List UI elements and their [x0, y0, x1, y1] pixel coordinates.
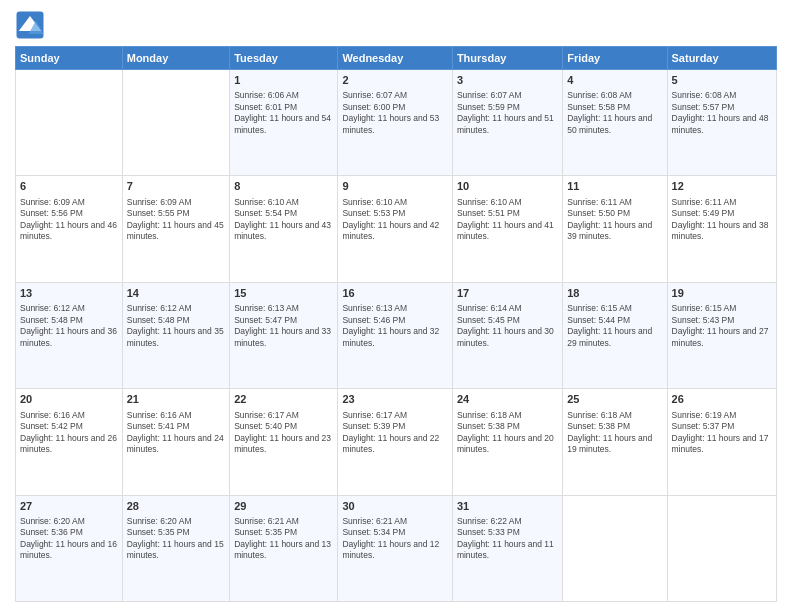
day-number: 29	[234, 499, 333, 514]
col-monday: Monday	[122, 47, 229, 70]
cell-details: Sunrise: 6:07 AMSunset: 5:59 PMDaylight:…	[457, 90, 558, 136]
day-number: 30	[342, 499, 448, 514]
calendar-cell: 9Sunrise: 6:10 AMSunset: 5:53 PMDaylight…	[338, 176, 453, 282]
day-number: 18	[567, 286, 662, 301]
cell-details: Sunrise: 6:13 AMSunset: 5:47 PMDaylight:…	[234, 303, 333, 349]
calendar-cell: 21Sunrise: 6:16 AMSunset: 5:41 PMDayligh…	[122, 389, 229, 495]
cell-details: Sunrise: 6:22 AMSunset: 5:33 PMDaylight:…	[457, 516, 558, 562]
cell-details: Sunrise: 6:13 AMSunset: 5:46 PMDaylight:…	[342, 303, 448, 349]
calendar-cell: 12Sunrise: 6:11 AMSunset: 5:49 PMDayligh…	[667, 176, 776, 282]
calendar-header: Sunday Monday Tuesday Wednesday Thursday…	[16, 47, 777, 70]
cell-details: Sunrise: 6:09 AMSunset: 5:56 PMDaylight:…	[20, 197, 118, 243]
col-wednesday: Wednesday	[338, 47, 453, 70]
cell-details: Sunrise: 6:15 AMSunset: 5:44 PMDaylight:…	[567, 303, 662, 349]
calendar-cell: 16Sunrise: 6:13 AMSunset: 5:46 PMDayligh…	[338, 282, 453, 388]
day-number: 27	[20, 499, 118, 514]
cell-details: Sunrise: 6:20 AMSunset: 5:35 PMDaylight:…	[127, 516, 225, 562]
calendar-cell: 14Sunrise: 6:12 AMSunset: 5:48 PMDayligh…	[122, 282, 229, 388]
day-number: 28	[127, 499, 225, 514]
day-number: 3	[457, 73, 558, 88]
cell-details: Sunrise: 6:09 AMSunset: 5:55 PMDaylight:…	[127, 197, 225, 243]
day-number: 23	[342, 392, 448, 407]
calendar-cell: 19Sunrise: 6:15 AMSunset: 5:43 PMDayligh…	[667, 282, 776, 388]
day-number: 8	[234, 179, 333, 194]
calendar-cell: 20Sunrise: 6:16 AMSunset: 5:42 PMDayligh…	[16, 389, 123, 495]
day-number: 14	[127, 286, 225, 301]
calendar-cell: 24Sunrise: 6:18 AMSunset: 5:38 PMDayligh…	[452, 389, 562, 495]
calendar-week-row: 1Sunrise: 6:06 AMSunset: 6:01 PMDaylight…	[16, 70, 777, 176]
header-row: Sunday Monday Tuesday Wednesday Thursday…	[16, 47, 777, 70]
cell-details: Sunrise: 6:12 AMSunset: 5:48 PMDaylight:…	[20, 303, 118, 349]
cell-details: Sunrise: 6:16 AMSunset: 5:42 PMDaylight:…	[20, 410, 118, 456]
calendar-cell: 17Sunrise: 6:14 AMSunset: 5:45 PMDayligh…	[452, 282, 562, 388]
calendar-cell: 28Sunrise: 6:20 AMSunset: 5:35 PMDayligh…	[122, 495, 229, 601]
calendar-cell: 10Sunrise: 6:10 AMSunset: 5:51 PMDayligh…	[452, 176, 562, 282]
cell-details: Sunrise: 6:10 AMSunset: 5:54 PMDaylight:…	[234, 197, 333, 243]
day-number: 24	[457, 392, 558, 407]
calendar-cell	[667, 495, 776, 601]
day-number: 4	[567, 73, 662, 88]
cell-details: Sunrise: 6:11 AMSunset: 5:50 PMDaylight:…	[567, 197, 662, 243]
cell-details: Sunrise: 6:07 AMSunset: 6:00 PMDaylight:…	[342, 90, 448, 136]
cell-details: Sunrise: 6:10 AMSunset: 5:51 PMDaylight:…	[457, 197, 558, 243]
day-number: 16	[342, 286, 448, 301]
calendar-cell: 2Sunrise: 6:07 AMSunset: 6:00 PMDaylight…	[338, 70, 453, 176]
cell-details: Sunrise: 6:18 AMSunset: 5:38 PMDaylight:…	[457, 410, 558, 456]
cell-details: Sunrise: 6:14 AMSunset: 5:45 PMDaylight:…	[457, 303, 558, 349]
calendar-cell: 31Sunrise: 6:22 AMSunset: 5:33 PMDayligh…	[452, 495, 562, 601]
logo	[15, 10, 49, 40]
calendar-cell: 18Sunrise: 6:15 AMSunset: 5:44 PMDayligh…	[563, 282, 667, 388]
cell-details: Sunrise: 6:21 AMSunset: 5:35 PMDaylight:…	[234, 516, 333, 562]
day-number: 10	[457, 179, 558, 194]
day-number: 7	[127, 179, 225, 194]
cell-details: Sunrise: 6:16 AMSunset: 5:41 PMDaylight:…	[127, 410, 225, 456]
col-friday: Friday	[563, 47, 667, 70]
calendar-week-row: 27Sunrise: 6:20 AMSunset: 5:36 PMDayligh…	[16, 495, 777, 601]
day-number: 21	[127, 392, 225, 407]
cell-details: Sunrise: 6:06 AMSunset: 6:01 PMDaylight:…	[234, 90, 333, 136]
calendar-cell: 29Sunrise: 6:21 AMSunset: 5:35 PMDayligh…	[230, 495, 338, 601]
day-number: 1	[234, 73, 333, 88]
cell-details: Sunrise: 6:10 AMSunset: 5:53 PMDaylight:…	[342, 197, 448, 243]
cell-details: Sunrise: 6:08 AMSunset: 5:58 PMDaylight:…	[567, 90, 662, 136]
calendar-cell	[16, 70, 123, 176]
day-number: 15	[234, 286, 333, 301]
calendar-cell: 13Sunrise: 6:12 AMSunset: 5:48 PMDayligh…	[16, 282, 123, 388]
calendar-cell: 5Sunrise: 6:08 AMSunset: 5:57 PMDaylight…	[667, 70, 776, 176]
logo-icon	[15, 10, 45, 40]
calendar-cell: 1Sunrise: 6:06 AMSunset: 6:01 PMDaylight…	[230, 70, 338, 176]
day-number: 26	[672, 392, 772, 407]
calendar-cell: 23Sunrise: 6:17 AMSunset: 5:39 PMDayligh…	[338, 389, 453, 495]
calendar-cell: 7Sunrise: 6:09 AMSunset: 5:55 PMDaylight…	[122, 176, 229, 282]
cell-details: Sunrise: 6:19 AMSunset: 5:37 PMDaylight:…	[672, 410, 772, 456]
cell-details: Sunrise: 6:17 AMSunset: 5:39 PMDaylight:…	[342, 410, 448, 456]
calendar-cell: 6Sunrise: 6:09 AMSunset: 5:56 PMDaylight…	[16, 176, 123, 282]
calendar-table: Sunday Monday Tuesday Wednesday Thursday…	[15, 46, 777, 602]
day-number: 2	[342, 73, 448, 88]
day-number: 13	[20, 286, 118, 301]
calendar-cell: 15Sunrise: 6:13 AMSunset: 5:47 PMDayligh…	[230, 282, 338, 388]
cell-details: Sunrise: 6:17 AMSunset: 5:40 PMDaylight:…	[234, 410, 333, 456]
calendar-week-row: 6Sunrise: 6:09 AMSunset: 5:56 PMDaylight…	[16, 176, 777, 282]
day-number: 22	[234, 392, 333, 407]
calendar-cell: 4Sunrise: 6:08 AMSunset: 5:58 PMDaylight…	[563, 70, 667, 176]
calendar-cell: 22Sunrise: 6:17 AMSunset: 5:40 PMDayligh…	[230, 389, 338, 495]
calendar-week-row: 20Sunrise: 6:16 AMSunset: 5:42 PMDayligh…	[16, 389, 777, 495]
calendar-week-row: 13Sunrise: 6:12 AMSunset: 5:48 PMDayligh…	[16, 282, 777, 388]
col-sunday: Sunday	[16, 47, 123, 70]
calendar-cell: 27Sunrise: 6:20 AMSunset: 5:36 PMDayligh…	[16, 495, 123, 601]
col-saturday: Saturday	[667, 47, 776, 70]
day-number: 9	[342, 179, 448, 194]
calendar-cell	[122, 70, 229, 176]
page: Sunday Monday Tuesday Wednesday Thursday…	[0, 0, 792, 612]
calendar-cell: 30Sunrise: 6:21 AMSunset: 5:34 PMDayligh…	[338, 495, 453, 601]
calendar-cell: 8Sunrise: 6:10 AMSunset: 5:54 PMDaylight…	[230, 176, 338, 282]
cell-details: Sunrise: 6:15 AMSunset: 5:43 PMDaylight:…	[672, 303, 772, 349]
col-tuesday: Tuesday	[230, 47, 338, 70]
day-number: 11	[567, 179, 662, 194]
col-thursday: Thursday	[452, 47, 562, 70]
cell-details: Sunrise: 6:18 AMSunset: 5:38 PMDaylight:…	[567, 410, 662, 456]
cell-details: Sunrise: 6:21 AMSunset: 5:34 PMDaylight:…	[342, 516, 448, 562]
day-number: 17	[457, 286, 558, 301]
calendar-cell: 25Sunrise: 6:18 AMSunset: 5:38 PMDayligh…	[563, 389, 667, 495]
